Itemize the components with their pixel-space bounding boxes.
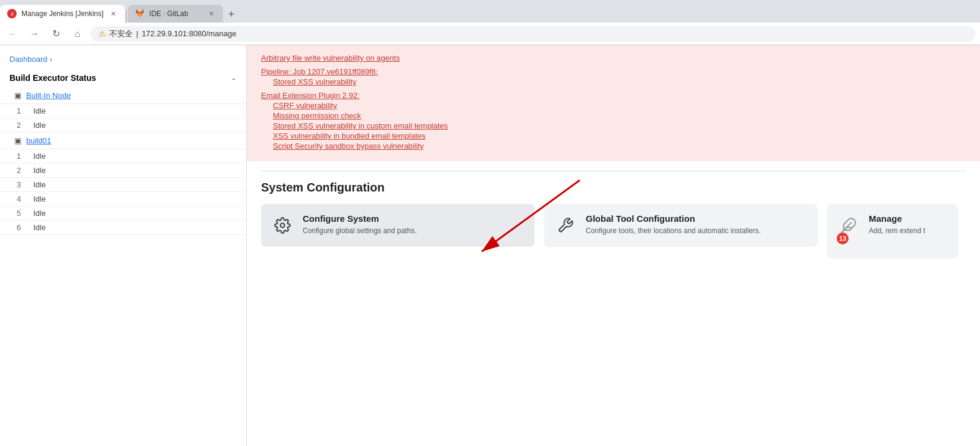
executor-number: 1 bbox=[17, 106, 29, 115]
alert-header-pipeline[interactable]: Pipeline: Job 1207.ve6191ff089f8: bbox=[261, 67, 966, 76]
cards-container-wrapper: Configure System Configure global settin… bbox=[247, 204, 980, 259]
sidebar-item-builtin-node[interactable]: ▣ Built-In Node bbox=[0, 87, 246, 104]
browser-chrome: J Manage Jenkins [Jenkins] ✕ IDE · GitLa… bbox=[0, 0, 980, 45]
alert-header-email[interactable]: Email Extension Plugin 2.92: bbox=[261, 91, 966, 100]
executor-status: Idle bbox=[33, 180, 46, 189]
executor-number: 5 bbox=[17, 209, 29, 218]
build01-executor-6: 6 Idle bbox=[0, 221, 246, 235]
svg-text:J: J bbox=[11, 11, 13, 17]
new-tab-button[interactable]: + bbox=[223, 6, 240, 23]
section-divider bbox=[261, 171, 966, 171]
build01-executor-5: 5 Idle bbox=[0, 206, 246, 221]
alert-link-stored-xss-email[interactable]: Stored XSS vulnerability in custom email… bbox=[273, 121, 966, 130]
alert-indent-email: CSRF vulnerability Missing permission ch… bbox=[261, 101, 966, 150]
reload-button[interactable]: ↻ bbox=[48, 26, 64, 42]
main-content: Arbitrary file write vulnerability on ag… bbox=[247, 45, 980, 446]
global-tool-desc: Configure tools, their locations and aut… bbox=[586, 226, 808, 236]
alert-link-arbitrary[interactable]: Arbitrary file write vulnerability on ag… bbox=[261, 54, 966, 62]
build01-executor-3: 3 Idle bbox=[0, 178, 246, 192]
executor-number: 4 bbox=[17, 194, 29, 203]
forward-button[interactable]: → bbox=[26, 26, 43, 42]
config-cards: Configure System Configure global settin… bbox=[247, 204, 980, 259]
alert-link-script-security[interactable]: Script Security sandbox bypass vulnerabi… bbox=[273, 142, 966, 150]
build01-executor-1: 1 Idle bbox=[0, 149, 246, 164]
security-label: 不安全 bbox=[109, 29, 133, 39]
monitor-icon: ▣ bbox=[14, 136, 21, 145]
security-icon: ⚠ bbox=[99, 29, 106, 38]
executor-number: 3 bbox=[17, 180, 29, 189]
executor-status: Idle bbox=[33, 209, 46, 218]
address-bar: ← → ↻ ⌂ ⚠ 不安全 | 172.29.9.101:8080/manage bbox=[0, 23, 980, 45]
svg-point-2 bbox=[281, 224, 285, 228]
global-tool-card[interactable]: Global Tool Configuration Configure tool… bbox=[544, 204, 818, 247]
build-executor-title: Build Executor Status bbox=[10, 73, 96, 83]
executor-status: Idle bbox=[33, 194, 46, 203]
jenkins-tab-title: Manage Jenkins [Jenkins] bbox=[21, 10, 103, 18]
breadcrumb-dashboard[interactable]: Dashboard bbox=[10, 55, 48, 64]
configure-system-text: Configure System Configure global settin… bbox=[303, 213, 525, 236]
tab-jenkins[interactable]: J Manage Jenkins [Jenkins] ✕ bbox=[0, 5, 125, 23]
chevron-down-icon: ⌄ bbox=[231, 74, 237, 82]
manage-plugins-title: Manage bbox=[869, 213, 948, 224]
alert-box: Arbitrary file write vulnerability on ag… bbox=[247, 45, 980, 161]
address-url: 172.29.9.101:8080/manage bbox=[142, 29, 236, 38]
build01-executor-4: 4 Idle bbox=[0, 192, 246, 206]
executor-status: Idle bbox=[33, 106, 46, 115]
system-config-section: System Configuration Configure System bbox=[247, 181, 980, 268]
executor-status: Idle bbox=[33, 121, 46, 130]
alert-link-stored-xss[interactable]: Stored XSS vulnerability bbox=[273, 77, 966, 86]
builtin-executor-1: 1 Idle bbox=[0, 104, 246, 118]
plugins-badge: 13 bbox=[837, 233, 849, 244]
configure-system-title: Configure System bbox=[303, 213, 525, 224]
tab-separator bbox=[126, 11, 127, 23]
configure-system-desc: Configure global settings and paths. bbox=[303, 226, 525, 236]
executor-status: Idle bbox=[33, 223, 46, 232]
configure-system-icon bbox=[271, 213, 294, 237]
gitlab-tab-title: IDE · GitLab bbox=[149, 10, 202, 18]
sidebar: Dashboard › Build Executor Status ⌄ ▣ Bu… bbox=[0, 45, 247, 446]
global-tool-text: Global Tool Configuration Configure tool… bbox=[586, 213, 808, 236]
address-separator: | bbox=[136, 29, 138, 38]
executor-status: Idle bbox=[33, 166, 46, 175]
build-executor-status-header[interactable]: Build Executor Status ⌄ bbox=[0, 68, 246, 87]
gitlab-tab-close[interactable]: ✕ bbox=[206, 9, 216, 18]
executor-number: 1 bbox=[17, 152, 29, 161]
alert-link-missing-perm[interactable]: Missing permission check bbox=[273, 111, 966, 120]
back-button[interactable]: ← bbox=[5, 26, 21, 42]
alert-link-csrf[interactable]: CSRF vulnerability bbox=[273, 101, 966, 110]
jenkins-icon: J bbox=[7, 9, 17, 18]
builtin-node-link[interactable]: Built-In Node bbox=[26, 91, 71, 100]
configure-system-card[interactable]: Configure System Configure global settin… bbox=[261, 204, 535, 247]
monitor-icon: ▣ bbox=[14, 91, 21, 100]
address-input[interactable]: ⚠ 不安全 | 172.29.9.101:8080/manage bbox=[90, 26, 975, 42]
executor-number: 6 bbox=[17, 223, 29, 232]
build01-executor-2: 2 Idle bbox=[0, 164, 246, 178]
alert-link-xss-bundled[interactable]: XSS vulnerability in bundled email templ… bbox=[273, 131, 966, 140]
manage-plugins-text: Manage Add, rem extend t bbox=[869, 213, 948, 236]
jenkins-tab-close[interactable]: ✕ bbox=[108, 9, 118, 18]
manage-plugins-card[interactable]: 13 Manage Add, rem extend t bbox=[827, 204, 958, 259]
system-config-title: System Configuration bbox=[247, 181, 980, 204]
tab-gitlab[interactable]: IDE · GitLab ✕ bbox=[128, 5, 223, 23]
manage-plugins-desc: Add, rem extend t bbox=[869, 226, 948, 236]
executor-number: 2 bbox=[17, 166, 29, 175]
build01-link[interactable]: build01 bbox=[26, 136, 51, 145]
executor-status: Idle bbox=[33, 152, 46, 161]
sidebar-item-build01[interactable]: ▣ build01 bbox=[0, 133, 246, 149]
tab-bar: J Manage Jenkins [Jenkins] ✕ IDE · GitLa… bbox=[0, 0, 980, 23]
builtin-executor-2: 2 Idle bbox=[0, 118, 246, 133]
gitlab-icon bbox=[135, 9, 145, 18]
breadcrumb-sep: › bbox=[50, 55, 52, 64]
page: Dashboard › Build Executor Status ⌄ ▣ Bu… bbox=[0, 45, 980, 446]
home-button[interactable]: ⌂ bbox=[69, 26, 86, 42]
manage-plugins-icon-wrapper: 13 bbox=[837, 213, 860, 249]
executor-number: 2 bbox=[17, 121, 29, 130]
global-tool-title: Global Tool Configuration bbox=[586, 213, 808, 224]
alert-indent-pipeline: Stored XSS vulnerability bbox=[261, 77, 966, 86]
global-tool-icon bbox=[554, 213, 577, 237]
breadcrumb: Dashboard › bbox=[0, 50, 246, 68]
